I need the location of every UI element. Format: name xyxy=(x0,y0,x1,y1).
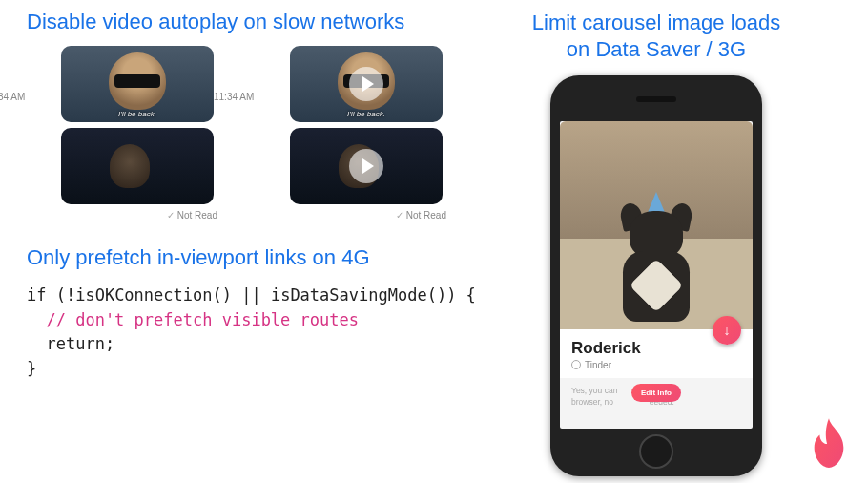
video-thumb-2-paused xyxy=(290,128,443,204)
tinder-flame-icon xyxy=(807,418,851,470)
heading-carousel: Limit carousel image loads on Data Saver… xyxy=(485,10,828,62)
phone-mockup: ↓ Roderick Tinder Yes, you can in your b… xyxy=(550,75,762,476)
profile-name: Roderick xyxy=(571,339,741,358)
chat-comparison: 11:34 AM I'll be back. Not Read 11:34 AM… xyxy=(27,46,475,220)
video-thumb-2 xyxy=(61,128,214,204)
video-caption: I'll be back. xyxy=(118,110,156,118)
timestamp: 11:34 AM xyxy=(0,92,25,102)
heading-autoplay: Disable video autoplay on slow networks xyxy=(27,10,475,34)
video-caption: I'll be back. xyxy=(347,110,385,118)
dog-image xyxy=(613,198,699,322)
play-icon[interactable] xyxy=(349,149,383,183)
read-status: Not Read xyxy=(256,210,456,220)
profile-blurb: Yes, you can in your browser, no eeded. … xyxy=(560,378,753,416)
profile-photo[interactable] xyxy=(560,121,753,329)
code-snippet: if (!isOKConnection() || isDataSavingMod… xyxy=(27,284,475,381)
read-status: Not Read xyxy=(27,210,227,220)
play-icon[interactable] xyxy=(349,67,383,101)
home-button[interactable] xyxy=(639,434,673,469)
chat-autoplay-off: 11:34 AM I'll be back. Not Read xyxy=(256,46,456,220)
phone-screen: ↓ Roderick Tinder Yes, you can in your b… xyxy=(560,121,753,429)
timestamp: 11:34 AM xyxy=(214,92,254,102)
profile-subtitle: Tinder xyxy=(571,360,741,370)
download-fab-icon[interactable]: ↓ xyxy=(713,316,741,345)
phone-speaker xyxy=(636,96,676,102)
chat-autoplay-on: 11:34 AM I'll be back. Not Read xyxy=(27,46,227,220)
video-thumb-1-paused: I'll be back. xyxy=(290,46,443,122)
heading-prefetch: Only prefetch in-viewport links on 4G xyxy=(27,245,475,270)
video-thumb-1: I'll be back. xyxy=(61,46,214,122)
edit-info-button[interactable]: Edit Info xyxy=(631,384,681,402)
